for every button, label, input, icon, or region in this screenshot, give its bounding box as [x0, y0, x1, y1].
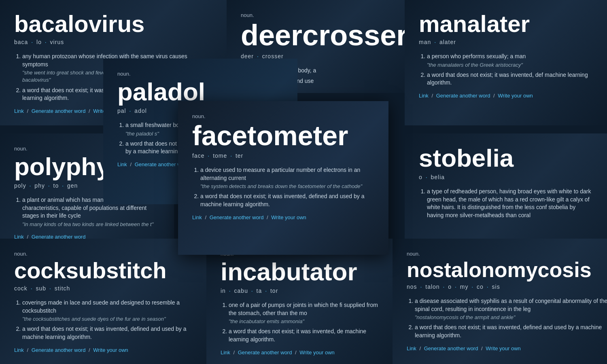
word-stobelia: stobelia	[419, 146, 593, 171]
example-text: "the manalaters of the Greek aristocracy…	[427, 61, 593, 69]
link-action[interactable]: Link	[14, 347, 24, 353]
example-text: "the system detects and breaks down the …	[200, 183, 374, 190]
word-break-nostalonomycosis: nos · talon · o · my · co · sis	[407, 284, 607, 290]
write-action[interactable]: Write your own	[486, 345, 520, 351]
card-incabutator: noun. incabutator in · cabu · ta · tor o…	[206, 239, 393, 364]
pos-cocksubstitch: noun.	[14, 251, 196, 257]
card-actions: Link / Generate another word / Write you…	[192, 214, 374, 220]
link-action[interactable]: Link	[117, 161, 127, 167]
card-nostalonomycosis: noun. nostalonomycosis nos · talon · o ·…	[393, 239, 607, 364]
word-break-manalater: man · alater	[419, 39, 593, 45]
word-facetometer: facetometer	[192, 122, 374, 149]
word-paladol: paladol	[117, 79, 283, 104]
card-actions: Link / Generate another word / Write you…	[419, 93, 593, 99]
card-facetometer: noun. facetometer face · tome · ter a de…	[178, 101, 388, 255]
definition-item: a word that does not exist; it was inven…	[200, 193, 374, 208]
link-action[interactable]: Link	[419, 93, 429, 99]
word-deercrosser: deercrosser	[241, 21, 403, 50]
generate-action[interactable]: Generate another word	[32, 347, 86, 353]
definition-item: a person who performs sexually; a man "t…	[427, 53, 593, 69]
definition-item: a word that does not exist; it was inven…	[427, 71, 593, 87]
write-action[interactable]: Write your own	[93, 347, 128, 353]
word-break-bacalovirus: baca · lo · virus	[14, 39, 212, 45]
example-text: "the cocksubstitches and suede dyes of t…	[22, 315, 196, 323]
card-actions: Link / Generate another word / Write you…	[407, 345, 607, 351]
pos-facetometer: noun.	[192, 113, 374, 119]
definition-item: a type of redheaded person, having broad…	[427, 188, 593, 219]
link-action[interactable]: Link	[221, 349, 230, 356]
link-action[interactable]: Link	[407, 345, 416, 351]
link-action[interactable]: Link	[192, 214, 202, 220]
word-incabutator: incabutator	[221, 259, 378, 284]
card-actions: Link / Generate another word / Write you…	[221, 349, 378, 356]
write-action[interactable]: Write your own	[299, 349, 334, 356]
example-text: "in many kinds of tea two kinds are link…	[22, 221, 160, 228]
definition-item: a word that does not exist; it was inven…	[229, 328, 378, 343]
pos-paladol: noun.	[117, 71, 283, 77]
generate-action[interactable]: Generate another word	[238, 349, 292, 356]
generate-action[interactable]: Generate another word	[424, 345, 478, 351]
definition-item: one of a pair of pumps or joints in whic…	[229, 301, 378, 325]
definition-item: a word that does not exist; it was inven…	[22, 325, 196, 341]
word-break-incabutator: in · cabu · ta · tor	[221, 288, 378, 294]
generate-action[interactable]: Generate another word	[436, 93, 490, 99]
write-action[interactable]: Write your own	[271, 214, 306, 220]
example-text: "the incabutator emits ammonia"	[229, 318, 378, 325]
card-cocksubstitch: noun. cocksubstitch cock · sub · stitch …	[0, 239, 210, 364]
pos-deercrosser: noun.	[241, 12, 403, 18]
write-action[interactable]: Write your own	[498, 93, 533, 99]
word-break-stobelia: o · belia	[419, 174, 593, 180]
pos-nostalonomycosis: noun.	[407, 251, 607, 257]
generate-action[interactable]: Generate another word	[210, 214, 264, 220]
generate-action[interactable]: Generate another word	[32, 108, 86, 114]
definition-item: a device used to measure a particular nu…	[200, 166, 374, 190]
card-manalater: manalater man · alater a person who perf…	[405, 0, 607, 125]
word-nostalonomycosis: nostalonomycosis	[407, 259, 607, 280]
word-manalater: manalater	[419, 12, 593, 36]
word-cocksubstitch: cocksubstitch	[14, 259, 196, 282]
word-break-cocksubstitch: cock · sub · stitch	[14, 285, 196, 292]
definition-item: a word that does not exist; it was inven…	[415, 324, 607, 339]
card-actions: Link / Generate another word / Write you…	[14, 347, 196, 353]
example-text: "nostalonomycosis of the armpit and ankl…	[415, 314, 607, 321]
definition-item: coverings made in lace and suede and des…	[22, 299, 196, 323]
word-break-facetometer: face · tome · ter	[192, 152, 374, 159]
link-action[interactable]: Link	[14, 108, 24, 114]
word-bacalovirus: bacalovirus	[14, 12, 212, 36]
definition-item: a disease associated with syphilis as a …	[415, 297, 607, 321]
